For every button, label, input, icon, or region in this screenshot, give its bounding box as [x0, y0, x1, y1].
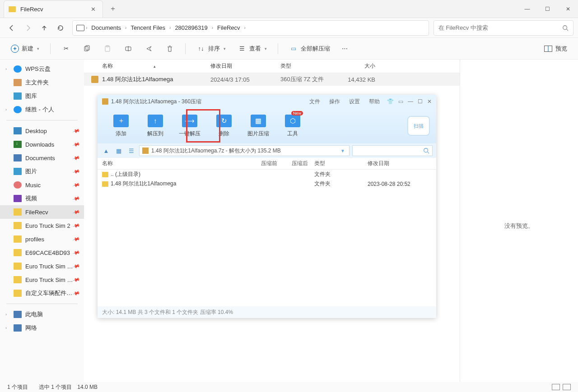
list-view-button[interactable]: ☰	[126, 146, 136, 156]
compress-list[interactable]: .. (上级目录)文件夹1.48 阿尔法1比1Alfaomega文件夹2023-…	[98, 170, 436, 306]
compress-tool-工具[interactable]: ⬡New工具	[275, 115, 310, 138]
folder-icon	[14, 235, 22, 243]
forward-button[interactable]	[21, 21, 35, 35]
close-tab-button[interactable]: ✕	[89, 5, 98, 14]
folder-icon	[14, 141, 22, 148]
compress-tool-解压到[interactable]: ↑解压到	[138, 115, 172, 138]
sidebar-item[interactable]: 视频📌	[0, 192, 84, 205]
zcol-type[interactable]: 类型	[314, 160, 368, 167]
details-view-icon[interactable]	[552, 384, 560, 390]
compress-row[interactable]: .. (上级目录)文件夹	[98, 170, 436, 179]
pin-icon: 📌	[72, 140, 81, 148]
back-button[interactable]	[5, 21, 19, 35]
sidebar-item[interactable]: Euro Truck Sim 2_04-01…📌	[0, 273, 84, 286]
sidebar-item[interactable]: Documents📌	[0, 151, 84, 165]
rename-button[interactable]	[120, 42, 136, 56]
svg-point-7	[424, 148, 428, 152]
sidebar-item[interactable]: Euro Truck Sim 2📌	[0, 219, 84, 232]
minimize-button[interactable]: —	[517, 6, 537, 12]
sidebar-item[interactable]: ›WPS云盘	[0, 62, 84, 76]
skin-icon[interactable]: 👕	[387, 98, 394, 105]
compress-search[interactable]	[352, 145, 433, 156]
extract-all-button[interactable]: ▭ 全部解压缩	[285, 42, 334, 56]
crumb[interactable]: FileRecv	[214, 24, 243, 31]
maximize-button[interactable]: ☐	[418, 98, 423, 105]
new-button[interactable]: ＋ 新建 ▾	[7, 42, 43, 55]
menu-help[interactable]: 帮助	[369, 98, 380, 106]
close-window-button[interactable]: ✕	[558, 6, 578, 12]
col-name[interactable]: 名称	[102, 63, 113, 69]
compress-tool-一键解压[interactable]: ⟶一键解压	[172, 115, 207, 138]
share-button[interactable]	[141, 42, 157, 56]
chevron-down-icon[interactable]: ▼	[339, 148, 346, 153]
crumb[interactable]: Documents	[89, 24, 124, 31]
col-date[interactable]: 修改日期	[210, 62, 280, 70]
search-input[interactable]	[438, 24, 562, 31]
breadcrumb[interactable]: › Documents › Tencent Files › 2802896319…	[72, 20, 429, 36]
compress-tool-添加[interactable]: ＋添加	[104, 115, 138, 138]
sidebar-item[interactable]: ›网络	[0, 321, 84, 335]
path-box[interactable]: 1.48 阿尔法1比1Alfaomega.7z - 解包大小为 135.2 MB…	[139, 145, 350, 156]
scan-button[interactable]: 扫描	[407, 116, 430, 136]
delete-button[interactable]	[162, 42, 178, 56]
up-button[interactable]: ▲	[101, 146, 111, 156]
sidebar-item[interactable]: E69CACE4BD93📌	[0, 246, 84, 259]
zcol-name[interactable]: 名称	[102, 160, 261, 167]
menu-settings[interactable]: 设置	[349, 98, 360, 106]
compress-menu: 文件 操作 设置 帮助	[309, 98, 380, 106]
compress-titlebar[interactable]: 1.48 阿尔法1比1Alfaomega - 360压缩 文件 操作 设置 帮助…	[98, 95, 436, 108]
compress-window[interactable]: 1.48 阿尔法1比1Alfaomega - 360压缩 文件 操作 设置 帮助…	[98, 95, 436, 318]
sidebar-item[interactable]: FileRecv📌	[0, 205, 84, 219]
zcol-date[interactable]: 修改日期	[368, 160, 432, 167]
more-button[interactable]: ⋯	[338, 42, 351, 55]
column-header[interactable]: 名称▴ 修改日期 类型 大小	[84, 60, 460, 73]
new-tab-button[interactable]: ＋	[103, 4, 123, 14]
sidebar-item[interactable]: 主文件夹	[0, 76, 84, 89]
sidebar-item[interactable]: Desktop📌	[0, 124, 84, 138]
sidebar-item[interactable]: 自定义车辆配件（线下改…📌	[0, 286, 84, 300]
zcol-after[interactable]: 压缩后	[292, 160, 314, 167]
tool-icon: ⟶	[182, 115, 197, 127]
menu-file[interactable]: 文件	[309, 98, 320, 106]
zcol-before[interactable]: 压缩前	[261, 160, 292, 167]
sidebar-item[interactable]: Downloads📌	[0, 138, 84, 151]
preview-toggle[interactable]: 预览	[540, 42, 571, 56]
sidebar-item[interactable]: Music📌	[0, 178, 84, 192]
copy-button[interactable]	[79, 42, 95, 56]
compress-tool-图片压缩[interactable]: ▦图片压缩	[241, 115, 275, 138]
tool-label: 工具	[287, 130, 298, 138]
feedback-icon[interactable]: ▭	[398, 98, 403, 105]
up-button[interactable]	[37, 21, 51, 35]
large-view-icon[interactable]	[563, 384, 571, 390]
navbar: › Documents › Tencent Files › 2802896319…	[0, 18, 578, 38]
menu-operate[interactable]: 操作	[329, 98, 340, 106]
col-size[interactable]: 大小	[339, 62, 375, 70]
icons-view-button[interactable]: ▦	[114, 146, 124, 156]
separator	[50, 43, 51, 54]
sidebar-item[interactable]: profiles📌	[0, 232, 84, 246]
folder-icon	[14, 65, 22, 73]
crumb[interactable]: Tencent Files	[128, 24, 168, 31]
sidebar-item[interactable]: ›此电脑	[0, 308, 84, 321]
compress-tool-删除[interactable]: ↻删除	[207, 115, 241, 138]
col-type[interactable]: 类型	[280, 62, 339, 70]
refresh-button[interactable]	[53, 21, 68, 35]
minimize-button[interactable]: —	[408, 98, 413, 105]
window-tab[interactable]: FileRecv ✕	[4, 0, 103, 18]
close-button[interactable]: ✕	[427, 98, 432, 105]
sidebar-item[interactable]: ›继胜 - 个人	[0, 103, 84, 116]
paste-button[interactable]	[99, 42, 116, 56]
sidebar-item[interactable]: 图库	[0, 89, 84, 103]
sidebar-item[interactable]: 图片📌	[0, 165, 84, 178]
search-box[interactable]	[434, 20, 573, 36]
sidebar-item[interactable]: Euro Truck Sim 2_03-31…📌	[0, 259, 84, 273]
view-button[interactable]: ☰ 查看 ▾	[234, 42, 270, 56]
maximize-button[interactable]: ☐	[537, 6, 558, 12]
compress-row[interactable]: 1.48 阿尔法1比1Alfaomega文件夹2023-08-28 20:52	[98, 179, 436, 189]
file-row[interactable]: 1.48 阿尔法1比1Alfaomega 2024/4/3 17:05 360压…	[84, 73, 460, 86]
cut-button[interactable]: ✂	[58, 42, 74, 56]
crumb[interactable]: 2802896319	[172, 24, 210, 31]
sort-button[interactable]: ↑↓ 排序 ▾	[193, 42, 229, 56]
folder-icon	[14, 168, 22, 175]
chevron-right-icon: ›	[243, 25, 247, 30]
